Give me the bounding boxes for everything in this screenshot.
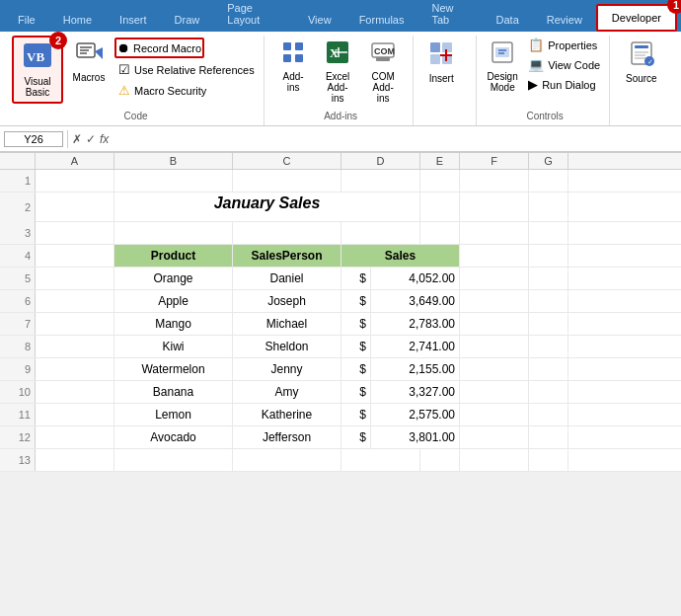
cell-e12-amount[interactable]: 3,801.00 [371,426,460,448]
cell-e1[interactable] [420,170,460,192]
cell-c4-salesperson[interactable]: SalesPerson [233,245,341,267]
cell-f13[interactable] [460,449,529,471]
cell-b2-title[interactable]: January Sales [114,192,420,222]
cell-f10[interactable] [460,381,529,403]
cell-c12-person[interactable]: Jefferson [233,426,341,448]
cell-e3[interactable] [420,222,460,244]
cell-b11-product[interactable]: Lemon [114,404,233,425]
cell-a9[interactable] [36,358,114,380]
cell-g6[interactable] [529,290,568,312]
cell-a6[interactable] [36,290,114,312]
tab-data[interactable]: Data [483,8,533,32]
cell-g13[interactable] [529,449,568,471]
cell-a1[interactable] [36,170,114,192]
cell-b1[interactable] [114,170,233,192]
design-mode-button[interactable]: DesignMode [485,36,520,97]
tab-draw[interactable]: Draw [161,8,214,32]
cell-b5-product[interactable]: Orange [114,268,233,289]
cell-g12[interactable] [529,426,568,448]
cell-g11[interactable] [529,404,568,425]
cell-b7-product[interactable]: Mango [114,313,233,335]
cell-g2[interactable] [529,192,568,222]
cell-a10[interactable] [36,381,114,403]
tab-developer[interactable]: Developer [596,4,677,32]
cell-c8-person[interactable]: Sheldon [233,336,341,357]
cell-f5[interactable] [460,268,529,289]
cell-e6-amount[interactable]: 3,649.00 [371,290,460,312]
cell-c11-person[interactable]: Katherine [233,404,341,425]
source-button[interactable]: ✓ Source [618,36,665,88]
cell-d13[interactable] [341,449,420,471]
tab-insert[interactable]: Insert [106,8,161,32]
cell-b9-product[interactable]: Watermelon [114,358,233,380]
formula-input[interactable] [113,132,677,146]
cell-d6-dollar[interactable]: $ [341,290,371,312]
cell-e8-amount[interactable]: 2,741.00 [371,336,460,357]
cell-f6[interactable] [460,290,529,312]
tab-formulas[interactable]: Formulas [345,8,418,32]
cell-f4[interactable] [460,245,529,267]
cell-f8[interactable] [460,336,529,357]
cell-g10[interactable] [529,381,568,403]
cell-d1[interactable] [341,170,420,192]
cell-b13[interactable] [114,449,233,471]
tab-newtab[interactable]: New Tab [417,0,482,32]
cell-f12[interactable] [460,426,529,448]
cell-d3[interactable] [341,222,420,244]
cell-a5[interactable] [36,268,114,289]
excel-add-ins-button[interactable]: X ExcelAdd-ins [316,36,359,108]
cell-c3[interactable] [233,222,341,244]
cell-e5-amount[interactable]: 4,052.00 [371,268,460,289]
cell-a13[interactable] [36,449,114,471]
tab-review[interactable]: Review [533,8,596,32]
com-add-ins-button[interactable]: COM COMAdd-ins [361,36,405,108]
cell-c10-person[interactable]: Amy [233,381,341,403]
cell-e13[interactable] [420,449,460,471]
cell-c9-person[interactable]: Jenny [233,358,341,380]
cell-a7[interactable] [36,313,114,335]
cell-e9-amount[interactable]: 2,155.00 [371,358,460,380]
cell-f3[interactable] [460,222,529,244]
cell-c13[interactable] [233,449,341,471]
properties-button[interactable]: 📋 Properties [524,36,604,54]
macro-security-button[interactable]: ⚠ Macro Security [114,81,259,100]
cell-d10-dollar[interactable]: $ [341,381,371,403]
cell-e10-amount[interactable]: 3,327.00 [371,381,460,403]
cell-g3[interactable] [529,222,568,244]
cell-f7[interactable] [460,313,529,335]
cell-b3[interactable] [114,222,233,244]
tab-view[interactable]: View [294,8,345,32]
add-ins-button[interactable]: Add-ins [272,36,314,97]
cell-reference-input[interactable] [4,131,63,147]
confirm-formula-icon[interactable]: ✓ [86,132,96,146]
cell-c7-person[interactable]: Michael [233,313,341,335]
cell-d12-dollar[interactable]: $ [341,426,371,448]
tab-home[interactable]: Home [49,8,106,32]
cancel-formula-icon[interactable]: ✗ [72,132,82,146]
view-code-button[interactable]: 💻 View Code [524,55,604,74]
cell-a8[interactable] [36,336,114,357]
cell-g7[interactable] [529,313,568,335]
cell-f11[interactable] [460,404,529,425]
insert-button[interactable]: Insert [421,36,461,88]
run-dialog-button[interactable]: ▶ Run Dialog [524,75,604,94]
relative-references-button[interactable]: ☑ Use Relative References [114,60,259,79]
cell-d4-sales[interactable]: Sales [341,245,460,267]
cell-d5-dollar[interactable]: $ [341,268,371,289]
cell-a3[interactable] [36,222,114,244]
cell-g4[interactable] [529,245,568,267]
cell-a4[interactable] [36,245,114,267]
cell-b10-product[interactable]: Banana [114,381,233,403]
cell-b12-product[interactable]: Avocado [114,426,233,448]
cell-e2[interactable] [420,192,460,222]
cell-g5[interactable] [529,268,568,289]
cell-d9-dollar[interactable]: $ [341,358,371,380]
cell-a11[interactable] [36,404,114,425]
record-macro-button[interactable]: ⏺ Record Macro [114,38,204,58]
cell-c1[interactable] [233,170,341,192]
cell-e11-amount[interactable]: 2,575.00 [371,404,460,425]
cell-g9[interactable] [529,358,568,380]
cell-d11-dollar[interactable]: $ [341,404,371,425]
cell-a12[interactable] [36,426,114,448]
cell-f1[interactable] [460,170,529,192]
